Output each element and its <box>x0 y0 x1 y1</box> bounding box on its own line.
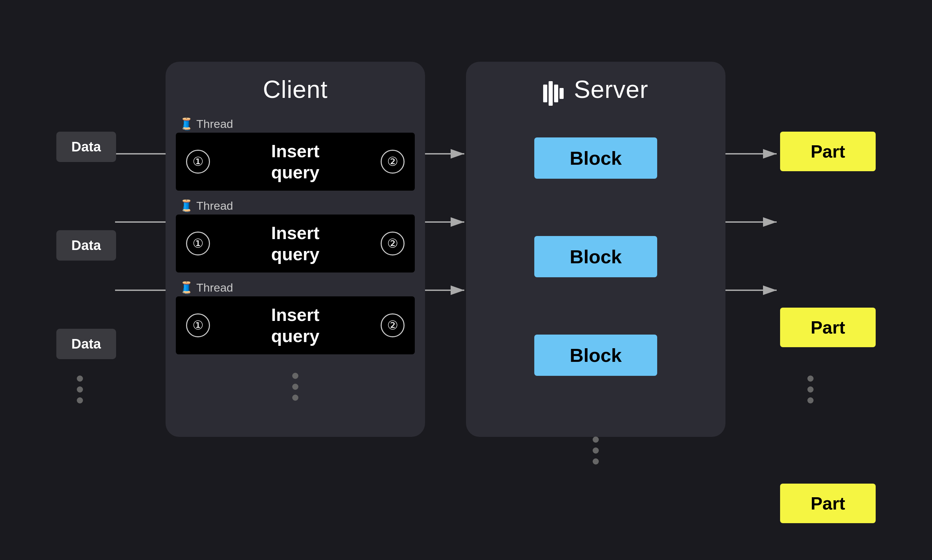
thread-box-3: ① Insertquery ② <box>176 296 415 354</box>
thread-label-3: 🧵 Thread <box>179 281 415 294</box>
thread-box-2: ① Insertquery ② <box>176 214 415 272</box>
svg-rect-11 <box>549 81 553 106</box>
spool-icon-3: 🧵 <box>179 281 194 294</box>
server-panel: Server Block Block Block <box>466 62 725 437</box>
data-box-3: Data <box>56 329 116 359</box>
diagram-container: Data Data Data Client 🧵 Thread ① Insertq… <box>56 41 876 519</box>
spool-icon-1: 🧵 <box>179 117 194 131</box>
thread-box-1: ① Insertquery ② <box>176 133 415 191</box>
data-box-2: Data <box>56 230 116 260</box>
server-dots <box>593 437 599 465</box>
data-box-1: Data <box>56 132 116 162</box>
server-title: Server <box>574 75 648 103</box>
block-item-3: Block <box>534 335 657 376</box>
svg-rect-12 <box>554 85 558 102</box>
step2-circle-3: ② <box>381 314 404 337</box>
step2-circle-2: ② <box>381 232 404 255</box>
client-dots <box>292 373 298 401</box>
blocks-area: Block Block Block <box>476 137 715 433</box>
data-dots <box>77 375 83 403</box>
part-dots <box>807 375 813 403</box>
step2-circle-1: ② <box>381 150 404 174</box>
insert-query-1: Insertquery <box>210 140 381 183</box>
block-item-1: Block <box>534 137 657 179</box>
client-panel: Client 🧵 Thread ① Insertquery ② 🧵 Thread <box>165 62 425 437</box>
svg-rect-13 <box>560 88 564 99</box>
thread-label-2: 🧵 Thread <box>179 199 415 212</box>
threads-area: 🧵 Thread ① Insertquery ② 🧵 Thread ① Inse… <box>176 117 415 363</box>
client-title: Client <box>263 75 328 103</box>
thread-row-1: 🧵 Thread ① Insertquery ② <box>176 117 415 191</box>
thread-row-3: 🧵 Thread ① Insertquery ② <box>176 281 415 354</box>
insert-query-2: Insertquery <box>210 222 381 265</box>
part-box-1: Part <box>780 132 876 171</box>
step1-circle-1: ① <box>186 150 210 174</box>
part-box-3: Part <box>780 484 876 523</box>
server-bars-icon <box>543 81 567 111</box>
thread-label-1: 🧵 Thread <box>179 117 415 131</box>
svg-rect-10 <box>543 85 547 102</box>
step1-circle-2: ① <box>186 232 210 255</box>
block-item-2: Block <box>534 236 657 277</box>
server-title-area: Server <box>543 75 648 117</box>
thread-row-2: 🧵 Thread ① Insertquery ② <box>176 199 415 272</box>
step1-circle-3: ① <box>186 314 210 337</box>
part-box-2: Part <box>780 308 876 347</box>
insert-query-3: Insertquery <box>210 304 381 347</box>
spool-icon-2: 🧵 <box>179 199 194 212</box>
